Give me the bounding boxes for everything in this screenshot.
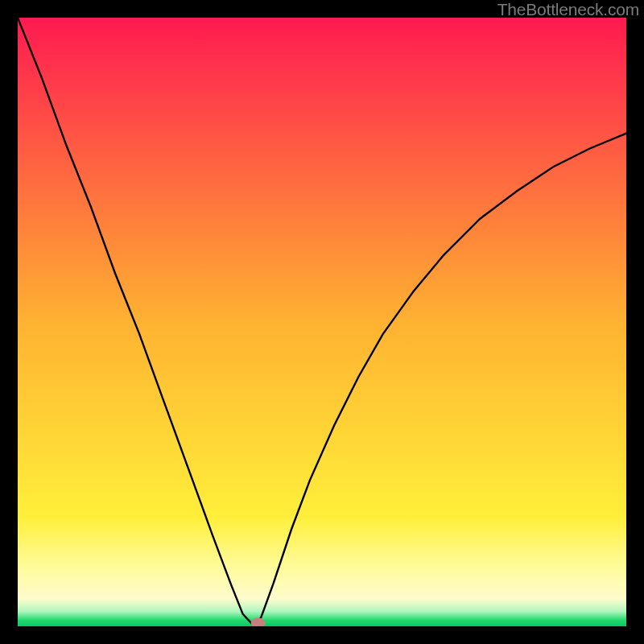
watermark-text: TheBottleneck.com (497, 0, 639, 19)
chart-frame (18, 18, 626, 626)
gradient-bg (18, 18, 626, 626)
bottleneck-chart (18, 18, 626, 626)
